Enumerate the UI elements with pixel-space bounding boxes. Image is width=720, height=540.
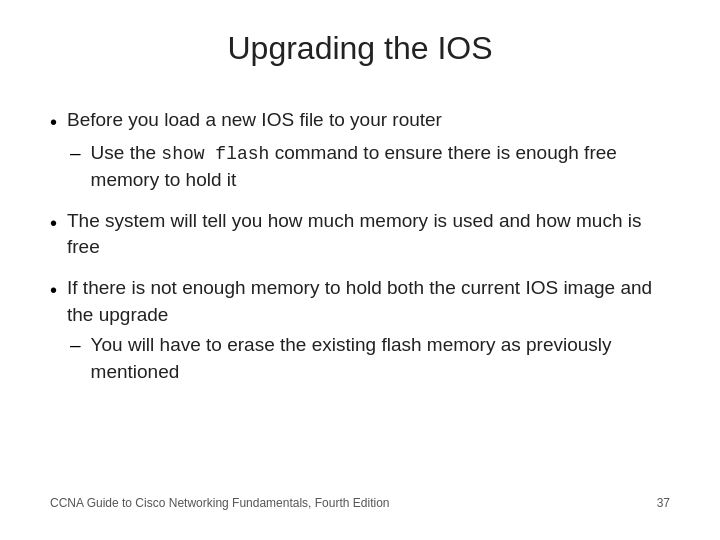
sub-bullet-1-1: – Use the show flash command to ensure t… xyxy=(70,140,670,194)
bullet-item-1: • Before you load a new IOS file to your… xyxy=(50,107,670,194)
bullet-text-2: The system will tell you how much memory… xyxy=(67,208,670,261)
bullet-text-1: Before you load a new IOS file to your r… xyxy=(67,107,442,134)
footer-left-text: CCNA Guide to Cisco Networking Fundament… xyxy=(50,496,390,510)
sub-dash-3: – xyxy=(70,332,81,359)
bullet-item-2: • The system will tell you how much memo… xyxy=(50,208,670,261)
bullet-dot-1: • xyxy=(50,108,57,136)
bullet-item-3: • If there is not enough memory to hold … xyxy=(50,275,670,385)
slide: Upgrading the IOS • Before you load a ne… xyxy=(0,0,720,540)
bullet-dot-3: • xyxy=(50,276,57,304)
sub-text-1-1: Use the show flash command to ensure the… xyxy=(91,140,670,194)
bullet-dot-2: • xyxy=(50,209,57,237)
footer-page-number: 37 xyxy=(657,496,670,510)
slide-footer: CCNA Guide to Cisco Networking Fundament… xyxy=(50,484,670,510)
slide-title: Upgrading the IOS xyxy=(50,30,670,77)
sub-dash-1: – xyxy=(70,140,81,167)
sub-text-3-1: You will have to erase the existing flas… xyxy=(91,332,670,385)
bullet-text-3: If there is not enough memory to hold bo… xyxy=(67,275,670,328)
content-area: • Before you load a new IOS file to your… xyxy=(50,107,670,484)
code-show-flash: show flash xyxy=(161,144,269,164)
sub-bullet-3-1: – You will have to erase the existing fl… xyxy=(70,332,670,385)
